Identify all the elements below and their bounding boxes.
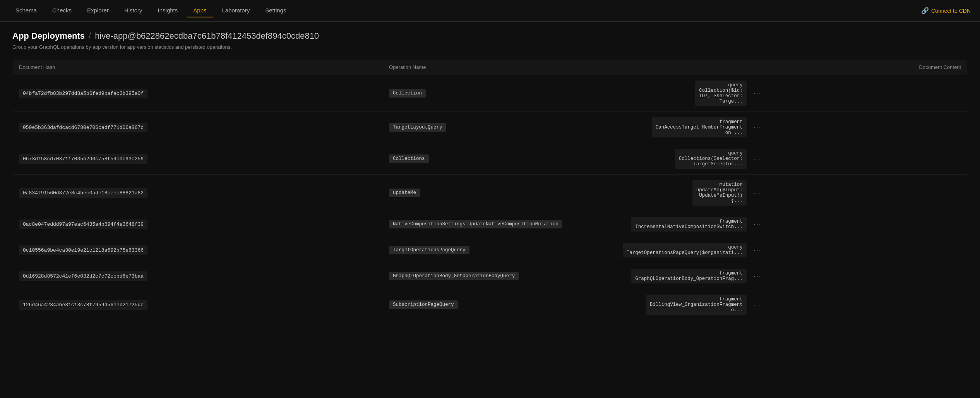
nav-link-history[interactable]: History <box>118 4 149 17</box>
doc-hash: 0673df58cd7037117035b2d0c758f59c0c93c259 <box>19 154 147 164</box>
table-row: 0a834f91560d872e8c4bec0ade18ceec88821a82… <box>13 175 968 211</box>
nav-link-checks[interactable]: Checks <box>46 4 78 17</box>
connect-cdn-button[interactable]: 🔗 Connect to CDN <box>921 7 971 14</box>
op-name-badge: NativeCompositionSettings_UpdateNativeCo… <box>389 220 562 228</box>
col-header-content: Document Content <box>695 60 968 75</box>
nav-link-insights[interactable]: Insights <box>152 4 184 17</box>
table-row: 0ac8e047eddd97a97eac6435a4b694f4e3648f39… <box>13 211 968 237</box>
op-name-badge: TargetLayoutQuery <box>389 123 446 132</box>
table-body: 04bfa72dfb83b297dd8a5b6fed9bafac2b395a0f… <box>13 75 968 321</box>
nav-link-laboratory[interactable]: Laboratory <box>216 4 256 17</box>
doc-content: fragment CanAccessTarget_MemberFragment … <box>652 117 747 137</box>
breadcrumb: App Deployments / hive-app@b622862ecdba7… <box>12 31 968 41</box>
connect-cdn-label: Connect to CDN <box>931 8 971 14</box>
operations-table: Document Hash Operation Name Document Co… <box>12 59 968 321</box>
row-more-button[interactable]: ··· <box>750 300 765 310</box>
row-more-button[interactable]: ··· <box>750 271 765 281</box>
doc-content: query TargetOperationsPageQuery($organiz… <box>623 243 747 257</box>
col-header-op: Operation Name <box>383 60 695 75</box>
doc-content: fragment GraphQLOperationBody_OperationF… <box>631 269 747 283</box>
table-row: 04bfa72dfb83b297dd8a5b6fed9bafac2b395a0f… <box>13 75 968 112</box>
page-header: App Deployments / hive-app@b622862ecdba7… <box>0 22 980 55</box>
page-description: Group your GraphQL operations by app ver… <box>12 44 968 50</box>
op-name-badge: SubscriptionPageQuery <box>389 300 458 309</box>
op-name-badge: Collection <box>389 89 426 98</box>
op-name-badge: Collections <box>389 154 429 163</box>
row-more-button[interactable]: ··· <box>750 89 765 98</box>
doc-hash: 126d46a4284abe31c13c78f7959d56eeb21725dc <box>19 300 147 310</box>
op-name-badge: GraphQLOperationBody_GetOperationBodyQue… <box>389 272 519 280</box>
nav-link-apps[interactable]: Apps <box>187 4 212 17</box>
doc-hash: 04bfa72dfb83b297dd8a5b6fed9bafac2b395a0f <box>19 89 147 98</box>
breadcrumb-sub: hive-app@b622862ecdba7c61b78f412453def89… <box>95 31 319 41</box>
col-header-hash: Document Hash <box>13 60 383 75</box>
row-more-button[interactable]: ··· <box>750 123 765 132</box>
op-name-badge: updateMe <box>389 189 420 197</box>
doc-content: fragment BillingView_OrganizationFragmen… <box>646 295 747 315</box>
doc-content: mutation updateMe($input: UpdateMeInput!… <box>692 180 747 206</box>
doc-hash: 0ac8e047eddd97a97eac6435a4b694f4e3648f39 <box>19 220 147 229</box>
table-row: 050e5b363dafdcacd6780e706cadf771d06a867c… <box>13 112 968 143</box>
breadcrumb-root[interactable]: App Deployments <box>12 31 85 41</box>
doc-content: query Collection($id: ID!, $selector: Ta… <box>695 81 747 106</box>
row-more-button[interactable]: ··· <box>750 245 765 255</box>
link-icon: 🔗 <box>921 7 929 14</box>
table-row: 0d16928d8572c41ef6e032d2c7c72ccbd6e73baa… <box>13 263 968 289</box>
nav-link-explorer[interactable]: Explorer <box>81 4 115 17</box>
op-name-badge: TargetOperationsPageQuery <box>389 246 469 254</box>
top-navigation: SchemaChecksExplorerHistoryInsightsAppsL… <box>0 0 980 22</box>
doc-hash: 0c10556a9be4ca30e19e21c1218a592b75e63366 <box>19 245 147 255</box>
doc-hash: 050e5b363dafdcacd6780e706cadf771d06a867c <box>19 123 147 132</box>
nav-links: SchemaChecksExplorerHistoryInsightsAppsL… <box>9 4 292 17</box>
breadcrumb-separator: / <box>89 31 91 41</box>
nav-link-schema[interactable]: Schema <box>9 4 43 17</box>
row-more-button[interactable]: ··· <box>750 154 765 164</box>
table-row: 126d46a4284abe31c13c78f7959d56eeb21725dc… <box>13 289 968 321</box>
table-row: 0673df58cd7037117035b2d0c758f59c0c93c259… <box>13 143 968 175</box>
nav-link-settings[interactable]: Settings <box>259 4 292 17</box>
doc-hash: 0d16928d8572c41ef6e032d2c7c72ccbd6e73baa <box>19 271 147 281</box>
doc-content: fragment IncrementalNativeCompositionSwi… <box>631 217 747 232</box>
doc-hash: 0a834f91560d872e8c4bec0ade18ceec88821a82 <box>19 188 147 198</box>
row-more-button[interactable]: ··· <box>750 188 765 198</box>
row-more-button[interactable]: ··· <box>750 220 765 229</box>
table-header: Document Hash Operation Name Document Co… <box>13 60 968 75</box>
table-row: 0c10556a9be4ca30e19e21c1218a592b75e63366… <box>13 237 968 263</box>
doc-content: query Collections($selector: TargetSelec… <box>675 149 747 169</box>
table-container: Document Hash Operation Name Document Co… <box>0 59 980 321</box>
